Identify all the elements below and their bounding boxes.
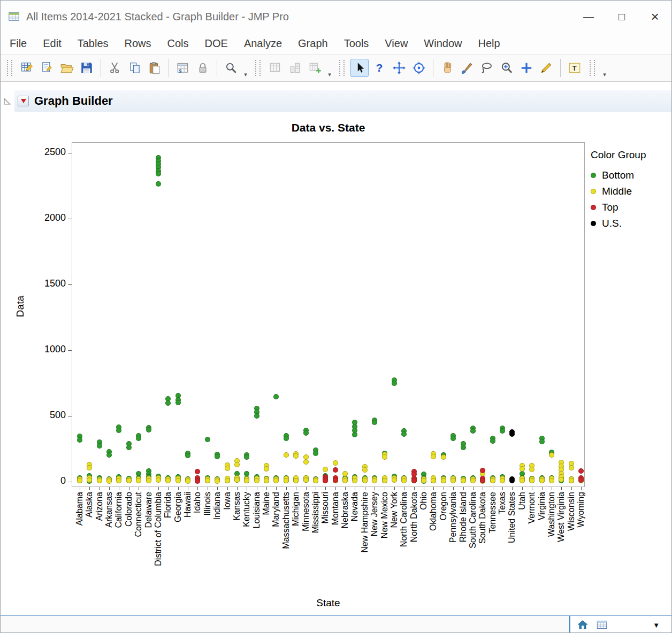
new-journal-icon[interactable] (38, 59, 56, 77)
data-point[interactable] (234, 477, 240, 483)
save-icon[interactable] (78, 59, 96, 77)
legend-item-middle[interactable]: Middle (591, 183, 646, 199)
data-table-icon[interactable]: $ (174, 59, 192, 77)
menu-item-tools[interactable]: Tools (336, 37, 377, 50)
data-point[interactable] (225, 478, 230, 483)
disclosure-triangle-icon[interactable] (3, 97, 12, 107)
lasso-icon[interactable] (478, 59, 496, 77)
move-tool-icon[interactable] (390, 59, 408, 77)
toolbar-grip[interactable] (590, 60, 595, 76)
data-point[interactable] (578, 477, 584, 483)
grabber-hand-icon[interactable] (438, 59, 456, 77)
data-point[interactable] (215, 454, 220, 459)
data-point[interactable] (205, 478, 210, 483)
toolbar-grip[interactable] (255, 60, 261, 76)
data-point[interactable] (77, 437, 82, 443)
crosshair-plus-icon[interactable] (517, 59, 536, 77)
annotate-text-icon[interactable]: T (566, 59, 584, 77)
toolbar-overflow-icon[interactable]: ▾ (326, 71, 333, 78)
menu-item-cols[interactable]: Cols (159, 37, 197, 50)
data-point[interactable] (313, 478, 318, 483)
home-window-icon[interactable] (577, 619, 589, 631)
data-point[interactable] (254, 478, 259, 483)
data-point[interactable] (77, 478, 82, 483)
menu-item-rows[interactable]: Rows (117, 37, 159, 50)
menu-item-window[interactable]: Window (416, 37, 470, 50)
data-point[interactable] (303, 477, 309, 483)
menu-item-graph[interactable]: Graph (290, 37, 336, 50)
data-point[interactable] (431, 478, 436, 483)
data-point[interactable] (146, 427, 151, 433)
menu-item-file[interactable]: File (2, 37, 35, 50)
window-list-dropdown-icon[interactable]: ▼ (653, 621, 660, 629)
data-point[interactable] (333, 477, 338, 483)
data-point[interactable] (490, 478, 495, 483)
data-point[interactable] (156, 477, 161, 483)
data-point[interactable] (225, 466, 230, 471)
magnifier-zoom-icon[interactable] (498, 59, 516, 77)
data-table-window-icon[interactable] (596, 619, 608, 631)
data-point[interactable] (333, 460, 338, 466)
data-point[interactable] (421, 478, 426, 483)
cut-icon[interactable] (106, 59, 124, 77)
menu-item-view[interactable]: View (377, 37, 416, 50)
data-point[interactable] (461, 478, 466, 483)
legend-item-top[interactable]: Top (591, 199, 646, 215)
toolbar-overflow-icon[interactable]: ▾ (242, 71, 249, 78)
data-point[interactable] (539, 439, 545, 444)
data-point[interactable] (450, 478, 456, 483)
data-point[interactable] (264, 466, 269, 472)
legend-item-bottom[interactable]: Bottom (591, 167, 646, 183)
data-point[interactable] (520, 478, 525, 483)
menu-item-help[interactable]: Help (470, 37, 508, 50)
data-point[interactable] (549, 478, 554, 483)
data-point[interactable] (126, 445, 132, 450)
data-point[interactable] (303, 459, 309, 465)
toolbar-grip[interactable] (339, 60, 345, 76)
data-point[interactable] (392, 381, 397, 386)
help-icon[interactable]: ? (370, 59, 388, 77)
data-point[interactable] (578, 468, 584, 474)
data-point[interactable] (382, 478, 387, 483)
data-point[interactable] (569, 478, 574, 483)
data-point[interactable] (411, 478, 417, 483)
data-point[interactable] (441, 478, 446, 483)
data-point[interactable] (500, 478, 505, 483)
menu-item-analyze[interactable]: Analyze (236, 37, 290, 50)
data-point[interactable] (441, 454, 446, 460)
data-point[interactable] (569, 465, 574, 470)
data-point[interactable] (293, 478, 299, 483)
data-point[interactable] (382, 454, 387, 460)
data-point[interactable] (106, 478, 112, 484)
data-point[interactable] (461, 445, 466, 450)
data-point[interactable] (392, 477, 397, 483)
data-point[interactable] (372, 420, 377, 425)
menu-item-tables[interactable]: Tables (70, 37, 117, 50)
pencil-draw-icon[interactable] (537, 59, 555, 77)
red-triangle-menu-icon[interactable] (18, 96, 29, 106)
data-point[interactable] (97, 478, 102, 483)
data-point[interactable] (205, 437, 210, 442)
menu-item-doe[interactable]: DOE (197, 37, 236, 50)
data-point[interactable] (352, 478, 357, 483)
plot-area[interactable] (72, 142, 585, 487)
copy-icon[interactable] (126, 59, 144, 77)
new-data-table-icon[interactable] (18, 59, 36, 77)
minimize-icon[interactable]: — (572, 1, 605, 33)
search-icon[interactable] (222, 59, 240, 77)
data-point[interactable] (97, 443, 102, 449)
data-point[interactable] (539, 478, 545, 483)
data-point[interactable] (490, 438, 495, 444)
lock-icon[interactable] (194, 59, 212, 77)
data-point[interactable] (126, 478, 132, 483)
open-file-icon[interactable] (58, 59, 76, 77)
brush-icon[interactable] (458, 59, 476, 77)
selection-target-icon[interactable] (410, 59, 428, 77)
data-point[interactable] (500, 428, 505, 434)
data-point[interactable] (185, 478, 190, 484)
paste-icon[interactable] (146, 59, 164, 77)
data-point[interactable] (175, 478, 181, 483)
data-point[interactable] (234, 462, 240, 467)
data-point[interactable] (215, 478, 220, 484)
data-point[interactable] (470, 478, 476, 483)
